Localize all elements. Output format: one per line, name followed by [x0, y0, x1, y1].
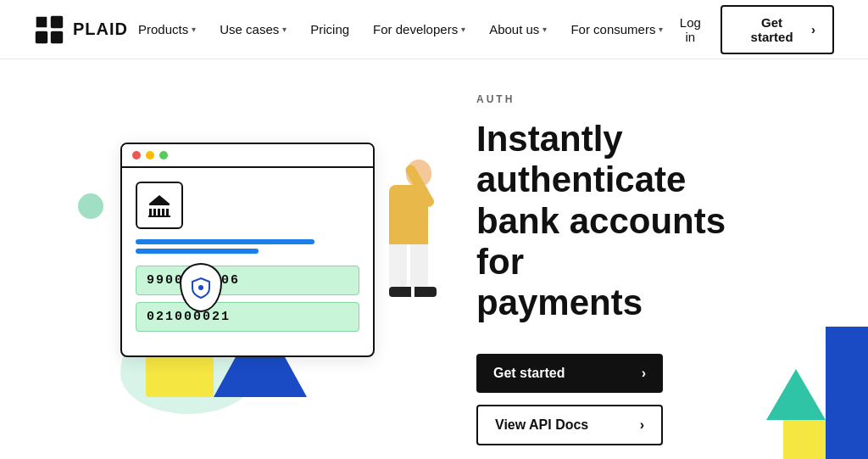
- account-number-2: 021000021: [136, 302, 359, 332]
- nav-products[interactable]: Products ▾: [128, 15, 206, 43]
- svg-rect-6: [149, 209, 152, 216]
- bank-icon: [146, 192, 173, 219]
- green-dot-decoration: [78, 193, 103, 219]
- logo-text: PLAID: [73, 20, 128, 39]
- hero-heading: Instantly authenticate bank accounts for…: [476, 119, 782, 323]
- blue-lines-decoration: [136, 239, 359, 254]
- plaid-logo-icon: [34, 14, 64, 45]
- arrow-icon: ›: [640, 417, 644, 433]
- nav-links: Products ▾ Use cases ▾ Pricing For devel…: [128, 15, 673, 43]
- svg-rect-8: [158, 209, 160, 216]
- svg-rect-1: [51, 15, 63, 27]
- nav-consumers[interactable]: For consumers ▾: [560, 15, 673, 43]
- dot-red: [132, 151, 141, 160]
- svg-marker-12: [149, 195, 170, 204]
- blue-line-2: [136, 249, 259, 254]
- person-leg-left: [389, 244, 407, 287]
- hero-section: 9900009606 021000021: [0, 59, 868, 459]
- person-foot-right: [415, 287, 437, 297]
- svg-rect-10: [166, 209, 169, 216]
- account-number-1: 9900009606: [136, 266, 359, 295]
- svg-rect-3: [51, 31, 63, 42]
- nav-use-cases[interactable]: Use cases ▾: [209, 15, 297, 43]
- person-legs: [389, 244, 437, 287]
- logo-link[interactable]: PLAID: [34, 14, 128, 45]
- person-leg-right: [410, 244, 428, 287]
- svg-rect-0: [36, 15, 47, 27]
- person-feet: [389, 287, 437, 297]
- get-started-button[interactable]: Get started ›: [721, 5, 834, 54]
- svg-rect-2: [36, 31, 47, 42]
- svg-rect-11: [148, 216, 170, 217]
- svg-rect-9: [162, 209, 164, 216]
- deco-teal-triangle: [766, 369, 826, 420]
- arrow-icon: ›: [811, 22, 815, 36]
- hero-text-block: AUTH Instantly authenticate bank account…: [476, 93, 782, 445]
- browser-titlebar: [122, 144, 373, 168]
- person-figure: [353, 160, 400, 297]
- deco-blue-bar: [826, 327, 868, 459]
- nav-about[interactable]: About us ▾: [479, 15, 557, 43]
- hero-get-started-button[interactable]: Get started ›: [476, 354, 663, 393]
- dot-yellow: [146, 151, 154, 160]
- browser-window-card: 9900009606 021000021: [120, 143, 375, 357]
- login-button[interactable]: Log in: [673, 15, 707, 44]
- nav-pricing[interactable]: Pricing: [300, 15, 359, 43]
- chevron-down-icon: ▾: [192, 25, 196, 34]
- right-decoration: [766, 310, 868, 459]
- nav-actions: Log in Get started ›: [673, 5, 834, 54]
- svg-rect-7: [153, 209, 156, 216]
- svg-point-13: [198, 285, 203, 290]
- browser-body: 9900009606 021000021: [122, 168, 373, 355]
- arrow-icon: ›: [642, 366, 646, 381]
- blue-line-1: [136, 239, 314, 244]
- chevron-down-icon: ▾: [282, 25, 287, 34]
- navbar: PLAID Products ▾ Use cases ▾ Pricing For…: [0, 0, 868, 59]
- chevron-down-icon: ▾: [461, 25, 465, 34]
- chevron-down-icon: ▾: [542, 25, 547, 34]
- dot-green: [159, 151, 168, 160]
- view-api-docs-button[interactable]: View API Docs ›: [476, 405, 663, 445]
- section-label: AUTH: [476, 93, 782, 105]
- nav-developers[interactable]: For developers ▾: [363, 15, 476, 43]
- chevron-down-icon: ▾: [659, 25, 663, 34]
- person-body: [389, 185, 428, 244]
- svg-rect-5: [149, 204, 170, 205]
- shield-icon: [191, 277, 211, 299]
- bank-icon-box: [136, 182, 183, 229]
- person-foot-left: [389, 287, 411, 297]
- hero-illustration: 9900009606 021000021: [70, 109, 426, 431]
